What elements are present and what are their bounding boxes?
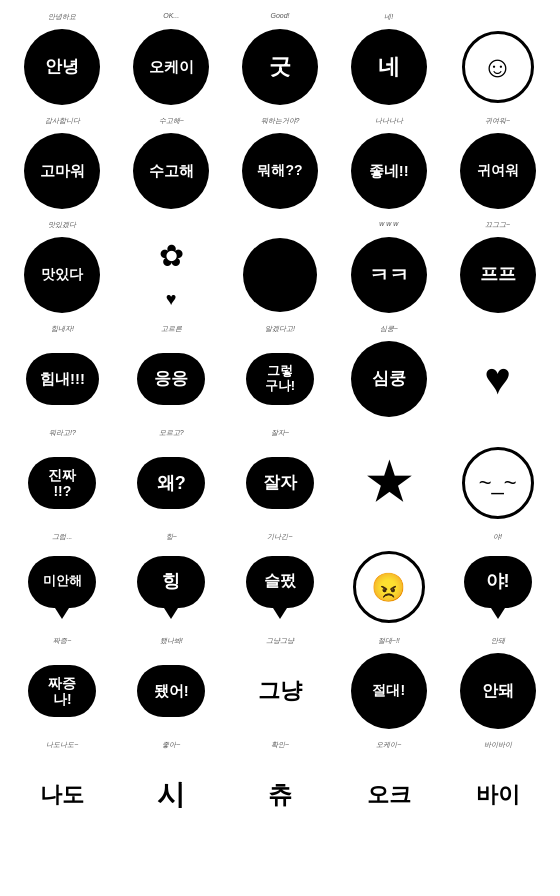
grid-item-jalja[interactable]: 잘자~잘자 (228, 426, 333, 526)
content-jjajeung: 짜증 나! (12, 650, 113, 732)
label-sugohe: 수고해~ (159, 116, 184, 128)
grid-item-ne[interactable]: 네!네 (336, 10, 441, 110)
grid-item-heart[interactable]: ♥ (445, 322, 550, 422)
content-geunyang: 그냥 (230, 650, 331, 732)
grid-item-seupeot[interactable]: 기나긴~슬펐 (228, 530, 333, 630)
grid-item-dwaesseo[interactable]: 됐나봐!됐어! (119, 634, 224, 734)
grid-item-eungeung[interactable]: 고르른응응 (119, 322, 224, 422)
content-himnae: 힘내!!! (12, 338, 113, 420)
content-pepe: 프프 (447, 234, 548, 316)
content-ne: 네 (338, 26, 439, 108)
label-jeoldae: 절대~!! (378, 636, 400, 648)
grid-item-geureonguna[interactable]: 알겠다고!그렇 구나! (228, 322, 333, 422)
label-jone: 나나나나 (375, 116, 403, 128)
grid-item-si[interactable]: 좋아~시 (119, 738, 224, 838)
grid-item-jeoldae[interactable]: 절대~!!절대! (336, 634, 441, 734)
grid-item-hing[interactable]: 힝~힝 (119, 530, 224, 630)
grid-item-mianhae[interactable]: 그럼...미안해 (10, 530, 115, 630)
content-kiyowo: 귀여워 (447, 130, 548, 212)
grid-item-masida[interactable]: 맛있겠다맛있다 (10, 218, 115, 318)
grid-item-hmm[interactable]: ~_~ (445, 426, 550, 526)
grid-item-jjajeung[interactable]: 짜증~짜증 나! (10, 634, 115, 734)
grid-item-annyeong[interactable]: 안녕하요안녕 (10, 10, 115, 110)
grid-item-wae[interactable]: 모르고?왜? (119, 426, 224, 526)
grid-item-jone[interactable]: 나나나나좋네!! (336, 114, 441, 214)
label-ya: 야! (493, 532, 502, 544)
grid-item-flower[interactable]: ✿♥ (119, 218, 224, 318)
grid-item-gomawo[interactable]: 감사합니다고마워 (10, 114, 115, 214)
content-smile: ☺ (447, 26, 548, 108)
content-simkung: 심쿵 (338, 338, 439, 420)
label-mianhae: 그럼... (52, 532, 72, 544)
grid-item-star[interactable]: ★ (336, 426, 441, 526)
label-himnae: 힘내자! (51, 324, 74, 336)
content-nado: 나도 (12, 754, 113, 836)
content-si: 시 (121, 754, 222, 836)
grid-item-chekeu[interactable]: 확인~츄 (228, 738, 333, 838)
label-ne: 네! (384, 12, 393, 24)
label-simkung: 심쿵~ (380, 324, 398, 336)
label-mwhe: 뭐하는거야? (261, 116, 300, 128)
grid-item-sugohe[interactable]: 수고해~수고해 (119, 114, 224, 214)
label-jjajeung: 짜증~ (53, 636, 71, 648)
content-smile2: ☺ (230, 234, 331, 316)
grid-item-angry[interactable]: 😠 (336, 530, 441, 630)
label-hing: 힝~ (166, 532, 177, 544)
label-okeu: 오케이~ (376, 740, 401, 752)
content-star: ★ (338, 442, 439, 524)
content-okeu: 오크 (338, 754, 439, 836)
content-angry: 😠 (338, 546, 439, 628)
grid-item-gut[interactable]: Good!굿 (228, 10, 333, 110)
grid-item-okeyi[interactable]: OK...오케이 (119, 10, 224, 110)
content-gomawo: 고마워 (12, 130, 113, 212)
label-eungeung: 고르른 (161, 324, 182, 336)
grid-item-nado[interactable]: 나도나도~나도 (10, 738, 115, 838)
content-mwhe: 뭐해?? (230, 130, 331, 212)
label-kiyowo: 귀여워~ (485, 116, 510, 128)
grid-item-geunyang[interactable]: 그냥그냥그냥 (228, 634, 333, 734)
grid-item-smile2[interactable]: ☺ (228, 218, 333, 318)
content-mianhae: 미안해 (12, 546, 113, 628)
label-chekeu: 확인~ (271, 740, 289, 752)
grid-item-jinjja[interactable]: 뭐라고!?진짜 !!? (10, 426, 115, 526)
content-jone: 좋네!! (338, 130, 439, 212)
label-pepe: 끄그그~ (485, 220, 510, 232)
content-masida: 맛있다 (12, 234, 113, 316)
content-chekeu: 츄 (230, 754, 331, 836)
label-masida: 맛있겠다 (48, 220, 76, 232)
content-dwaesseo: 됐어! (121, 650, 222, 732)
content-seupeot: 슬펐 (230, 546, 331, 628)
grid-item-bai[interactable]: 바이바이바이 (445, 738, 550, 838)
grid-item-okeu[interactable]: 오케이~오크 (336, 738, 441, 838)
grid-item-andwe[interactable]: 안돼안돼 (445, 634, 550, 734)
content-hing: 힝 (121, 546, 222, 628)
content-eungeung: 응응 (121, 338, 222, 420)
grid-item-kiyowo[interactable]: 귀여워~귀여워 (445, 114, 550, 214)
grid-item-simkung[interactable]: 심쿵~심쿵 (336, 322, 441, 422)
content-gut: 굿 (230, 26, 331, 108)
content-okeyi: 오케이 (121, 26, 222, 108)
content-ya: 야! (447, 546, 548, 628)
grid-item-pepe[interactable]: 끄그그~프프 (445, 218, 550, 318)
label-jalja: 잘자~ (271, 428, 289, 440)
label-seupeot: 기나긴~ (267, 532, 292, 544)
content-wae: 왜? (121, 442, 222, 524)
content-jeoldae: 절대! (338, 650, 439, 732)
grid-item-himnae[interactable]: 힘내자!힘내!!! (10, 322, 115, 422)
content-sugohe: 수고해 (121, 130, 222, 212)
grid-item-ya[interactable]: 야!야! (445, 530, 550, 630)
content-kukuk: ㅋㅋ (338, 234, 439, 316)
label-bai: 바이바이 (484, 740, 512, 752)
label-kukuk: w w w (379, 220, 398, 232)
label-andwe: 안돼 (491, 636, 505, 648)
grid-item-kukuk[interactable]: w w wㅋㅋ (336, 218, 441, 318)
label-wae: 모르고? (159, 428, 184, 440)
emoji-grid: 안녕하요안녕OK...오케이Good!굿네!네☺감사합니다고마워수고해~수고해뭐… (10, 10, 550, 838)
label-geureonguna: 알겠다고! (265, 324, 295, 336)
content-annyeong: 안녕 (12, 26, 113, 108)
content-jinjja: 진짜 !!? (12, 442, 113, 524)
grid-item-smile[interactable]: ☺ (445, 10, 550, 110)
label-gomawo: 감사합니다 (45, 116, 80, 128)
grid-item-mwhe[interactable]: 뭐하는거야?뭐해?? (228, 114, 333, 214)
label-nado: 나도나도~ (46, 740, 78, 752)
